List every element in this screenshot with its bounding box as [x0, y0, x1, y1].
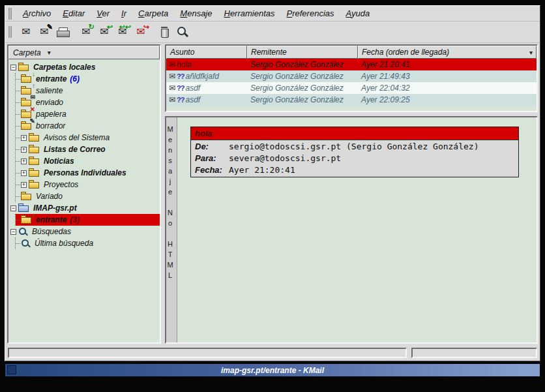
- forward-button[interactable]: ✉ ↪: [132, 23, 150, 41]
- message-rows: ✉ hola Sergio González González Ayer 21:…: [166, 59, 537, 111]
- message-date: Ayer 21:20:41: [229, 165, 295, 175]
- collapse-icon[interactable]: [10, 65, 16, 70]
- kmail-window: Archivo Editar Ver Ir Carpeta Mensaje He…: [5, 5, 540, 361]
- folder-item-enviado[interactable]: enviado: [16, 97, 160, 108]
- menu-ayuda[interactable]: Ayuda: [340, 7, 376, 20]
- toolbar-grip[interactable]: [8, 26, 12, 38]
- inbox-icon: [21, 215, 33, 224]
- folder-item-proyectos[interactable]: Proyectos: [16, 179, 160, 190]
- from-address: sergio@todoscsi.gsr.pt (Sergio González …: [229, 142, 479, 151]
- menu-archivo[interactable]: Archivo: [17, 7, 57, 20]
- column-header-fecha[interactable]: Fecha (orden de llegada) ▾: [358, 46, 537, 59]
- check-mail-icon: ↻: [89, 23, 95, 31]
- printer-icon: [57, 27, 68, 37]
- folder-item-avisos-del-sistema[interactable]: Avisos del Sistema: [16, 132, 160, 143]
- search-icon: [177, 26, 188, 38]
- mail-icon: ✉: [169, 84, 175, 92]
- server-icon: [18, 204, 30, 213]
- folder-panel: Carpeta ▾ Carpetas locales entrante (6): [7, 44, 161, 344]
- reply-arrow-icon: ↩: [107, 23, 113, 31]
- expand-icon[interactable]: [21, 147, 27, 153]
- folder-open-icon: [18, 63, 30, 72]
- menu-ir[interactable]: Ir: [115, 7, 132, 20]
- mail-icon: ✉: [169, 61, 175, 68]
- reply-all-button[interactable]: ✉ ↩↩: [113, 23, 132, 41]
- status-progress-cell: [411, 348, 537, 358]
- menu-mensaje[interactable]: Mensaje: [174, 7, 218, 20]
- menu-bar: Archivo Editar Ver Ir Carpeta Mensaje He…: [5, 6, 540, 22]
- pencil-icon: ✎: [47, 23, 53, 31]
- header-row-de: De: sergio@todoscsi.gsr.pt (Sergio Gonzá…: [191, 140, 518, 152]
- expand-icon[interactable]: [21, 170, 27, 176]
- folder-item-saliente[interactable]: saliente: [16, 85, 160, 97]
- status-flags: ??: [177, 84, 184, 92]
- mail-icon: ✉: [169, 96, 175, 104]
- folder-item-noticias[interactable]: Noticias: [16, 155, 160, 167]
- reply-button[interactable]: ✉ ↩: [95, 23, 113, 41]
- expand-icon[interactable]: [21, 158, 27, 164]
- status-message-cell: [8, 348, 407, 358]
- folder-icon: [29, 157, 40, 166]
- message-row[interactable]: ✉ ?? asdf Sergio González González Ayer …: [166, 94, 537, 106]
- folder-column-header[interactable]: Carpeta ▾: [8, 46, 160, 59]
- inbox-icon: [21, 74, 33, 83]
- collapse-icon[interactable]: [10, 229, 16, 235]
- folder-item-listas-de-correo[interactable]: Listas de Correo: [16, 143, 160, 155]
- folder-item-variado[interactable]: Variado: [16, 190, 160, 202]
- menubar-grip[interactable]: [8, 8, 12, 20]
- print-button[interactable]: [53, 23, 72, 41]
- column-header-asunto[interactable]: Asunto: [166, 46, 247, 59]
- drafts-icon: [21, 121, 33, 130]
- menu-editar[interactable]: Editar: [57, 7, 91, 20]
- expand-icon[interactable]: [21, 135, 27, 141]
- screen: Archivo Editar Ver Ir Carpeta Mensaje He…: [0, 0, 545, 392]
- to-address: severa@todoscsi.gsr.pt: [229, 153, 341, 163]
- window-menu-button[interactable]: [7, 365, 16, 374]
- message-row[interactable]: ✉ hola Sergio González González Ayer 21:…: [166, 59, 537, 70]
- menu-preferencias[interactable]: Preferencias: [281, 7, 340, 20]
- message-row[interactable]: ✉ ?? añldfkjafd Sergio González González…: [166, 70, 537, 82]
- folder-icon: [29, 180, 40, 189]
- window-title: imap-gsr.pt/entrante - KMail: [221, 366, 324, 375]
- folder-icon: [21, 192, 33, 201]
- status-flags: ??: [177, 72, 184, 80]
- menu-ver[interactable]: Ver: [91, 7, 115, 20]
- message-list-header: Asunto Remitente Fecha (orden de llegada…: [166, 46, 537, 59]
- folder-item-papelera[interactable]: papelera: [16, 108, 160, 120]
- mail-icon: ✉: [169, 72, 175, 80]
- folder-item-borrador[interactable]: borrador: [16, 120, 160, 132]
- forward-arrow-icon: ↪: [143, 23, 149, 31]
- dropdown-arrow-icon[interactable]: ▾: [48, 49, 51, 56]
- imap-branch: entrante (3): [15, 214, 160, 226]
- unread-count: (3): [70, 215, 80, 224]
- search-branch: Última búsqueda: [15, 237, 160, 249]
- column-header-remitente[interactable]: Remitente: [247, 46, 358, 59]
- folder-item-busquedas[interactable]: Búsquedas: [10, 226, 160, 237]
- message-row[interactable]: ✉ ?? asdf Sergio González González Ayer …: [166, 82, 537, 94]
- folder-item-ultima-busqueda[interactable]: Última búsqueda: [16, 237, 160, 249]
- check-mail-button[interactable]: ✉ ↻: [77, 23, 95, 41]
- local-folders-branch: entrante (6) saliente enviado: [15, 73, 160, 202]
- sort-dropdown-arrow-icon[interactable]: ▾: [529, 49, 533, 56]
- collapse-icon[interactable]: [10, 205, 16, 211]
- window-titlebar[interactable]: imap-gsr.pt/entrante - KMail: [5, 364, 540, 376]
- status-bar: [5, 345, 540, 361]
- unread-count: (6): [70, 74, 80, 83]
- trash-button[interactable]: [155, 23, 173, 41]
- new-message-button[interactable]: ✉: [17, 23, 35, 41]
- search-folder-icon: [18, 227, 29, 236]
- compose-button[interactable]: ✉ ✎: [35, 23, 53, 41]
- menu-herramientas[interactable]: Herramientas: [218, 7, 280, 20]
- expand-icon[interactable]: [21, 182, 27, 188]
- html-status-bar: Mensaje No HTML: [166, 117, 177, 342]
- folder-item-entrante[interactable]: entrante (6): [16, 73, 160, 85]
- folder-item-imap-entrante[interactable]: entrante (3): [16, 214, 160, 226]
- message-list: Asunto Remitente Fecha (orden de llegada…: [165, 44, 538, 112]
- folder-icon: [29, 145, 40, 154]
- toolbar: ✉ ✉ ✎ ✉ ↻ ✉ ↩ ✉ ↩↩ ✉ ↪: [5, 22, 540, 43]
- status-flags: ??: [177, 96, 184, 104]
- folder-item-personas-individuales[interactable]: Personas Individuales: [16, 167, 160, 179]
- menu-carpeta[interactable]: Carpeta: [132, 7, 174, 20]
- find-messages-button[interactable]: [173, 23, 192, 41]
- search-icon: [21, 239, 31, 248]
